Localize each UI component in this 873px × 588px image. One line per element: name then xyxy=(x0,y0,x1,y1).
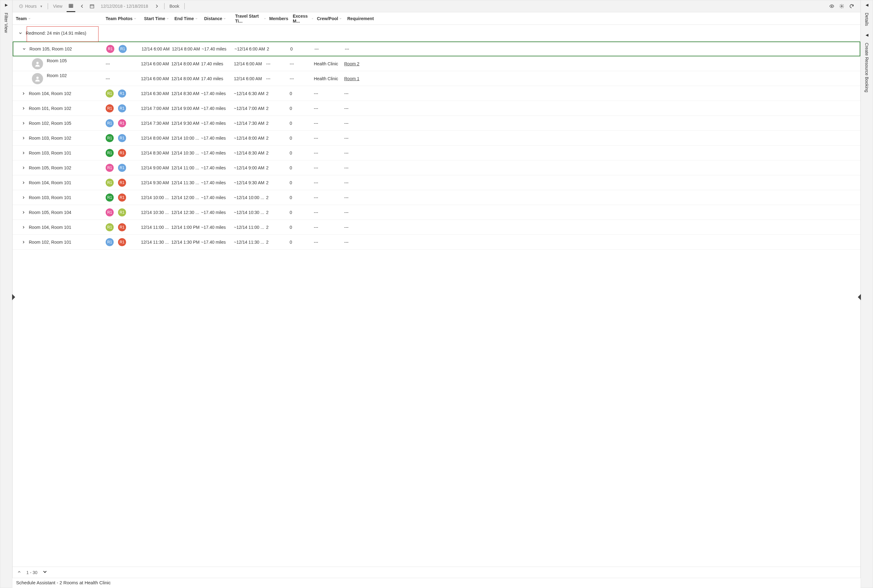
grid-header: Team Team Photos Start Time End Time Dis… xyxy=(13,12,860,25)
team-row[interactable]: Room 105, Room 104R1R112/14 10:30 ...12/… xyxy=(13,205,860,220)
col-distance[interactable]: Distance xyxy=(201,16,232,21)
avatar: R1 xyxy=(106,134,114,142)
create-booking-tab[interactable]: Create Resource Booking xyxy=(864,42,869,93)
crew-cell: --- xyxy=(314,150,344,156)
crew-cell: --- xyxy=(314,106,344,111)
start-cell: 12/14 7:00 AM xyxy=(141,106,171,111)
end-cell: 12/14 10:00 ... xyxy=(171,136,201,141)
refresh-icon xyxy=(849,4,854,9)
col-crew[interactable]: Crew/Pool xyxy=(314,16,344,21)
photos-cell: R1R1 xyxy=(102,149,141,157)
team-row[interactable]: Room 102, Room 105R1R112/14 7:30 AM12/14… xyxy=(13,116,860,130)
calendar-button[interactable] xyxy=(87,0,97,12)
team-name: Room 103, Room 101 xyxy=(29,150,71,156)
team-row[interactable]: Room 105, Room 102R1R112/14 6:00 AM12/14… xyxy=(13,42,860,56)
members-cell: 2 xyxy=(266,180,290,185)
hours-dropdown[interactable]: Hours ▼ xyxy=(17,0,45,12)
expand-left-icon[interactable]: ◀ xyxy=(865,33,868,37)
chevron-right-icon xyxy=(21,106,26,111)
team-row[interactable]: Room 103, Room 101R1R112/14 10:00 ...12/… xyxy=(13,190,860,205)
distance-cell: ~17.40 miles xyxy=(201,225,232,230)
members-cell: 2 xyxy=(266,195,290,200)
distance-cell: ~17.40 miles xyxy=(201,210,232,215)
grid-body[interactable]: Redmond: 24 min (14.91 miles) Room 105, … xyxy=(13,25,860,567)
clock-icon xyxy=(19,4,23,8)
resource-row[interactable]: Room 102---12/14 6:00 AM12/14 8:00 AM17.… xyxy=(13,71,860,86)
col-requirement[interactable]: Requirement xyxy=(344,16,370,21)
col-members[interactable]: Members xyxy=(266,16,290,21)
refresh-button[interactable] xyxy=(847,0,856,12)
start-cell: 12/14 11:00 ... xyxy=(141,225,171,230)
visibility-button[interactable] xyxy=(827,0,837,12)
distance-cell: ~17.40 miles xyxy=(201,136,232,141)
distance-cell: ~17.40 miles xyxy=(201,165,232,170)
person-placeholder-icon xyxy=(32,73,43,84)
col-start[interactable]: Start Time xyxy=(141,16,171,21)
resource-row[interactable]: Room 105---12/14 6:00 AM12/14 8:00 AM17.… xyxy=(13,56,860,71)
excess-cell: 0 xyxy=(290,150,314,156)
prev-button[interactable] xyxy=(77,0,87,12)
requirement-link[interactable]: Room 1 xyxy=(344,76,359,81)
travel-cell: ~12/14 8:00 AM xyxy=(232,136,266,141)
filter-view-tab[interactable]: Filter View xyxy=(4,12,9,34)
travel-cell: ~12/14 9:30 AM xyxy=(232,180,266,185)
chevron-down-icon xyxy=(18,31,23,35)
book-button[interactable]: Book xyxy=(167,0,182,12)
svg-point-11 xyxy=(841,6,842,7)
chevron-right-icon xyxy=(21,166,26,170)
req-cell: --- xyxy=(344,136,370,141)
avatar: R1 xyxy=(106,178,114,187)
photos-cell: R1R1 xyxy=(102,119,141,127)
list-view-button[interactable] xyxy=(67,0,75,12)
toolbar: Hours ▼ View 12/12/2018 - 12/18/2018 Boo… xyxy=(12,0,861,12)
team-row[interactable]: Room 104, Room 101R1R112/14 11:00 ...12/… xyxy=(13,220,860,235)
right-rail: ◀ Details ◀ Create Resource Booking xyxy=(861,0,873,588)
excess-cell: 0 xyxy=(290,180,314,185)
travel-cell: ~12/14 8:30 AM xyxy=(232,150,266,156)
start-cell: 12/14 6:00 AM xyxy=(141,61,171,66)
excess-cell: --- xyxy=(290,76,314,81)
col-travel[interactable]: Travel Start Ti... xyxy=(232,14,266,24)
col-photos[interactable]: Team Photos xyxy=(102,16,141,21)
next-button[interactable] xyxy=(152,0,162,12)
avatar: R1 xyxy=(119,45,127,53)
team-row[interactable]: Room 105, Room 102R1R112/14 9:00 AM12/14… xyxy=(13,160,860,175)
hours-label: Hours xyxy=(25,4,36,9)
team-cell: Room 101, Room 102 xyxy=(13,106,102,111)
req-cell: --- xyxy=(344,195,370,200)
team-row[interactable]: Room 102, Room 101R1R112/14 11:30 ...12/… xyxy=(13,235,860,250)
requirement-link[interactable]: Room 2 xyxy=(344,61,359,66)
end-cell: 12/14 8:30 AM xyxy=(171,91,201,96)
group-row-redmond[interactable]: Redmond: 24 min (14.91 miles) xyxy=(13,25,860,42)
team-row[interactable]: Room 104, Room 102R1R112/14 6:30 AM12/14… xyxy=(13,86,860,101)
start-cell: 12/14 7:30 AM xyxy=(141,121,171,126)
end-cell: 12/14 8:00 AM xyxy=(171,61,201,66)
left-rail: ▶ Filter View xyxy=(0,0,12,588)
team-row[interactable]: Room 104, Room 101R1R112/14 9:30 AM12/14… xyxy=(13,175,860,190)
photos-cell: R1R1 xyxy=(102,194,141,202)
end-cell: 12/14 1:30 PM xyxy=(171,240,201,244)
details-tab[interactable]: Details xyxy=(864,12,869,27)
avatar: R1 xyxy=(106,90,114,98)
end-cell: 12/14 9:00 AM xyxy=(171,106,201,111)
chevron-down-icon xyxy=(22,47,26,51)
expand-left-icon[interactable]: ◀ xyxy=(865,3,868,7)
chevron-down-icon xyxy=(339,17,342,20)
team-row[interactable]: Room 103, Room 102R1R112/14 8:00 AM12/14… xyxy=(13,130,860,146)
page-next-button[interactable] xyxy=(42,569,47,575)
col-end[interactable]: End Time xyxy=(171,16,201,21)
team-row[interactable]: Room 101, Room 102R1R112/14 7:00 AM12/14… xyxy=(13,101,860,116)
settings-button[interactable] xyxy=(837,0,847,12)
travel-cell: ~12/14 10:30 ... xyxy=(232,210,266,215)
photos-cell: R1R1 xyxy=(103,45,141,53)
req-cell: Room 2 xyxy=(344,61,370,66)
person-placeholder-icon xyxy=(32,58,43,69)
distance-cell: 17.40 miles xyxy=(201,76,232,81)
date-range[interactable]: 12/12/2018 - 12/18/2018 xyxy=(97,4,152,9)
team-row[interactable]: Room 103, Room 101R1R112/14 8:30 AM12/14… xyxy=(13,146,860,160)
crew-cell: --- xyxy=(314,225,344,230)
page-prev-button[interactable] xyxy=(17,570,21,575)
col-team[interactable]: Team xyxy=(13,16,102,21)
expand-right-icon[interactable]: ▶ xyxy=(5,3,8,7)
col-excess[interactable]: Excess M... xyxy=(290,14,314,24)
